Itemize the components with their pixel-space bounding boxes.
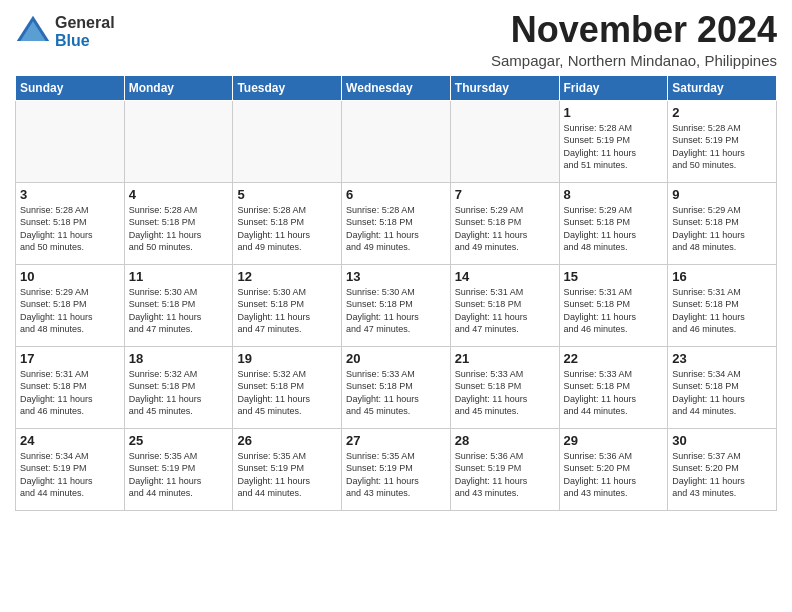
day-info: Sunrise: 5:28 AM Sunset: 5:19 PM Dayligh… [672, 122, 772, 172]
day-info: Sunrise: 5:34 AM Sunset: 5:18 PM Dayligh… [672, 368, 772, 418]
day-number: 6 [346, 187, 446, 202]
day-info: Sunrise: 5:28 AM Sunset: 5:18 PM Dayligh… [20, 204, 120, 254]
calendar-week-row: 1Sunrise: 5:28 AM Sunset: 5:19 PM Daylig… [16, 100, 777, 182]
calendar-cell: 16Sunrise: 5:31 AM Sunset: 5:18 PM Dayli… [668, 264, 777, 346]
weekday-header-tuesday: Tuesday [233, 75, 342, 100]
calendar-cell: 14Sunrise: 5:31 AM Sunset: 5:18 PM Dayli… [450, 264, 559, 346]
day-info: Sunrise: 5:33 AM Sunset: 5:18 PM Dayligh… [455, 368, 555, 418]
day-number: 25 [129, 433, 229, 448]
calendar-cell [124, 100, 233, 182]
day-info: Sunrise: 5:29 AM Sunset: 5:18 PM Dayligh… [672, 204, 772, 254]
calendar-cell: 3Sunrise: 5:28 AM Sunset: 5:18 PM Daylig… [16, 182, 125, 264]
logo: General Blue [15, 14, 115, 50]
day-number: 23 [672, 351, 772, 366]
calendar-cell: 11Sunrise: 5:30 AM Sunset: 5:18 PM Dayli… [124, 264, 233, 346]
calendar-cell: 26Sunrise: 5:35 AM Sunset: 5:19 PM Dayli… [233, 428, 342, 510]
calendar-cell: 1Sunrise: 5:28 AM Sunset: 5:19 PM Daylig… [559, 100, 668, 182]
calendar-cell: 7Sunrise: 5:29 AM Sunset: 5:18 PM Daylig… [450, 182, 559, 264]
logo-icon [15, 14, 51, 50]
day-number: 3 [20, 187, 120, 202]
title-section: November 2024 Sampagar, Northern Mindana… [491, 10, 777, 69]
calendar-cell: 27Sunrise: 5:35 AM Sunset: 5:19 PM Dayli… [342, 428, 451, 510]
day-info: Sunrise: 5:29 AM Sunset: 5:18 PM Dayligh… [564, 204, 664, 254]
calendar-cell: 20Sunrise: 5:33 AM Sunset: 5:18 PM Dayli… [342, 346, 451, 428]
day-info: Sunrise: 5:30 AM Sunset: 5:18 PM Dayligh… [129, 286, 229, 336]
day-number: 4 [129, 187, 229, 202]
calendar-cell: 22Sunrise: 5:33 AM Sunset: 5:18 PM Dayli… [559, 346, 668, 428]
day-number: 29 [564, 433, 664, 448]
day-number: 22 [564, 351, 664, 366]
day-number: 1 [564, 105, 664, 120]
day-info: Sunrise: 5:31 AM Sunset: 5:18 PM Dayligh… [672, 286, 772, 336]
location-subtitle: Sampagar, Northern Mindanao, Philippines [491, 52, 777, 69]
calendar-week-row: 17Sunrise: 5:31 AM Sunset: 5:18 PM Dayli… [16, 346, 777, 428]
calendar-cell: 24Sunrise: 5:34 AM Sunset: 5:19 PM Dayli… [16, 428, 125, 510]
calendar-cell: 25Sunrise: 5:35 AM Sunset: 5:19 PM Dayli… [124, 428, 233, 510]
calendar-cell: 12Sunrise: 5:30 AM Sunset: 5:18 PM Dayli… [233, 264, 342, 346]
calendar-cell: 17Sunrise: 5:31 AM Sunset: 5:18 PM Dayli… [16, 346, 125, 428]
calendar-cell: 23Sunrise: 5:34 AM Sunset: 5:18 PM Dayli… [668, 346, 777, 428]
day-number: 27 [346, 433, 446, 448]
day-info: Sunrise: 5:35 AM Sunset: 5:19 PM Dayligh… [346, 450, 446, 500]
day-info: Sunrise: 5:36 AM Sunset: 5:19 PM Dayligh… [455, 450, 555, 500]
calendar-cell: 6Sunrise: 5:28 AM Sunset: 5:18 PM Daylig… [342, 182, 451, 264]
weekday-header-monday: Monday [124, 75, 233, 100]
calendar-cell: 15Sunrise: 5:31 AM Sunset: 5:18 PM Dayli… [559, 264, 668, 346]
day-number: 28 [455, 433, 555, 448]
calendar-cell: 2Sunrise: 5:28 AM Sunset: 5:19 PM Daylig… [668, 100, 777, 182]
logo-text: General Blue [55, 14, 115, 49]
day-info: Sunrise: 5:30 AM Sunset: 5:18 PM Dayligh… [237, 286, 337, 336]
page-header: General Blue November 2024 Sampagar, Nor… [15, 10, 777, 69]
calendar-week-row: 10Sunrise: 5:29 AM Sunset: 5:18 PM Dayli… [16, 264, 777, 346]
calendar-cell: 19Sunrise: 5:32 AM Sunset: 5:18 PM Dayli… [233, 346, 342, 428]
day-info: Sunrise: 5:36 AM Sunset: 5:20 PM Dayligh… [564, 450, 664, 500]
day-number: 21 [455, 351, 555, 366]
day-info: Sunrise: 5:33 AM Sunset: 5:18 PM Dayligh… [346, 368, 446, 418]
day-number: 30 [672, 433, 772, 448]
day-info: Sunrise: 5:33 AM Sunset: 5:18 PM Dayligh… [564, 368, 664, 418]
calendar-cell: 10Sunrise: 5:29 AM Sunset: 5:18 PM Dayli… [16, 264, 125, 346]
day-number: 10 [20, 269, 120, 284]
day-info: Sunrise: 5:28 AM Sunset: 5:18 PM Dayligh… [237, 204, 337, 254]
logo-blue: Blue [55, 32, 115, 50]
calendar-week-row: 3Sunrise: 5:28 AM Sunset: 5:18 PM Daylig… [16, 182, 777, 264]
calendar-table: SundayMondayTuesdayWednesdayThursdayFrid… [15, 75, 777, 511]
day-number: 19 [237, 351, 337, 366]
day-number: 18 [129, 351, 229, 366]
day-info: Sunrise: 5:37 AM Sunset: 5:20 PM Dayligh… [672, 450, 772, 500]
day-number: 26 [237, 433, 337, 448]
day-number: 20 [346, 351, 446, 366]
calendar-cell: 8Sunrise: 5:29 AM Sunset: 5:18 PM Daylig… [559, 182, 668, 264]
day-info: Sunrise: 5:32 AM Sunset: 5:18 PM Dayligh… [129, 368, 229, 418]
calendar-cell: 28Sunrise: 5:36 AM Sunset: 5:19 PM Dayli… [450, 428, 559, 510]
day-number: 13 [346, 269, 446, 284]
day-number: 5 [237, 187, 337, 202]
day-info: Sunrise: 5:28 AM Sunset: 5:18 PM Dayligh… [346, 204, 446, 254]
day-number: 2 [672, 105, 772, 120]
day-info: Sunrise: 5:30 AM Sunset: 5:18 PM Dayligh… [346, 286, 446, 336]
day-info: Sunrise: 5:35 AM Sunset: 5:19 PM Dayligh… [129, 450, 229, 500]
day-number: 14 [455, 269, 555, 284]
calendar-cell: 5Sunrise: 5:28 AM Sunset: 5:18 PM Daylig… [233, 182, 342, 264]
weekday-header-friday: Friday [559, 75, 668, 100]
calendar-cell: 30Sunrise: 5:37 AM Sunset: 5:20 PM Dayli… [668, 428, 777, 510]
day-info: Sunrise: 5:28 AM Sunset: 5:19 PM Dayligh… [564, 122, 664, 172]
weekday-header-thursday: Thursday [450, 75, 559, 100]
day-info: Sunrise: 5:32 AM Sunset: 5:18 PM Dayligh… [237, 368, 337, 418]
logo-general: General [55, 14, 115, 32]
day-info: Sunrise: 5:35 AM Sunset: 5:19 PM Dayligh… [237, 450, 337, 500]
day-info: Sunrise: 5:31 AM Sunset: 5:18 PM Dayligh… [20, 368, 120, 418]
day-info: Sunrise: 5:29 AM Sunset: 5:18 PM Dayligh… [455, 204, 555, 254]
day-number: 8 [564, 187, 664, 202]
day-number: 24 [20, 433, 120, 448]
calendar-header-row: SundayMondayTuesdayWednesdayThursdayFrid… [16, 75, 777, 100]
calendar-cell [16, 100, 125, 182]
calendar-cell [342, 100, 451, 182]
day-number: 7 [455, 187, 555, 202]
calendar-cell: 9Sunrise: 5:29 AM Sunset: 5:18 PM Daylig… [668, 182, 777, 264]
calendar-week-row: 24Sunrise: 5:34 AM Sunset: 5:19 PM Dayli… [16, 428, 777, 510]
calendar-cell: 29Sunrise: 5:36 AM Sunset: 5:20 PM Dayli… [559, 428, 668, 510]
weekday-header-wednesday: Wednesday [342, 75, 451, 100]
day-number: 12 [237, 269, 337, 284]
day-info: Sunrise: 5:28 AM Sunset: 5:18 PM Dayligh… [129, 204, 229, 254]
